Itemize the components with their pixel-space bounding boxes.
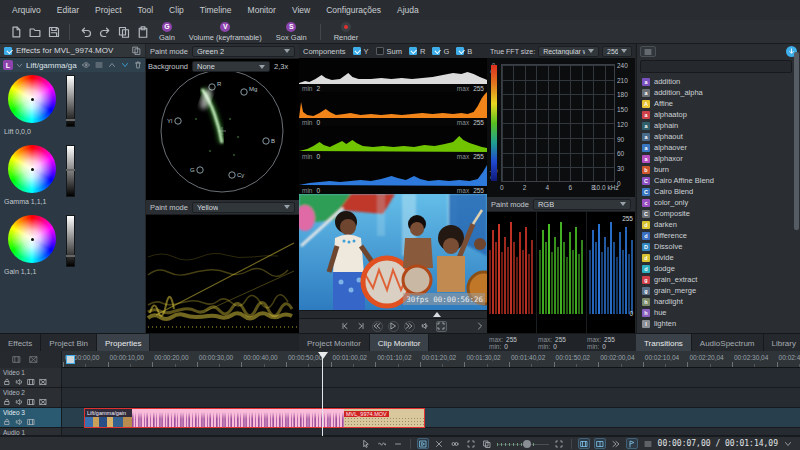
split-icon[interactable]: [594, 438, 606, 449]
menu-configurações[interactable]: Configurações: [318, 2, 389, 18]
move-up-icon[interactable]: [108, 61, 116, 69]
transition-item-alphaout[interactable]: aalphaout: [637, 131, 800, 142]
track-lane[interactable]: [62, 388, 800, 408]
parade-paint-mode-select[interactable]: RGB: [533, 199, 631, 210]
color-wheel[interactable]: [8, 215, 56, 263]
film-icon[interactable]: [578, 438, 590, 449]
track-header[interactable]: Video 2: [0, 388, 62, 408]
transition-item-cairo-blend[interactable]: CCairo Blend: [637, 186, 800, 197]
delete-effect-icon[interactable]: [134, 61, 142, 69]
rewind-button[interactable]: [372, 321, 383, 332]
menu-view[interactable]: View: [284, 2, 318, 18]
wave-icon[interactable]: [376, 438, 388, 449]
transition-item-addition[interactable]: aaddition: [637, 76, 800, 87]
eye-icon[interactable]: [82, 61, 90, 69]
component-checkbox-y[interactable]: Y: [353, 47, 369, 56]
toolbar-action-gain[interactable]: GGain: [152, 20, 182, 44]
open-folder-icon[interactable]: [26, 23, 43, 41]
transition-item-addition-alpha[interactable]: aaddition_alpha: [637, 87, 800, 98]
transition-item-alphaover[interactable]: aalphaover: [637, 142, 800, 153]
volume-button[interactable]: [420, 321, 431, 332]
transition-item-hardlight[interactable]: hhardlight: [637, 296, 800, 307]
fast-forward-button[interactable]: [404, 321, 415, 332]
chevron-down-icon[interactable]: [782, 438, 794, 449]
playhead-line[interactable]: [322, 357, 323, 436]
track-lane[interactable]: [62, 368, 800, 388]
track-config-icon[interactable]: [29, 355, 38, 364]
copy-icon[interactable]: [115, 23, 132, 41]
paste-icon[interactable]: [134, 23, 151, 41]
toolbar-action-volume-keyframable-[interactable]: VVolume (keyframable): [182, 20, 269, 44]
fft-size-select[interactable]: 256: [602, 46, 632, 57]
tab-audiospectrum[interactable]: AudioSpectrum: [692, 334, 764, 352]
save-preset-icon[interactable]: [132, 46, 141, 55]
film-icon[interactable]: [27, 398, 35, 406]
lock-icon[interactable]: [3, 398, 11, 406]
component-checkbox-r[interactable]: R: [409, 47, 425, 56]
component-checkbox-g[interactable]: G: [432, 47, 449, 56]
film-icon[interactable]: [27, 378, 35, 386]
menu-tool[interactable]: Tool: [130, 2, 162, 18]
component-checkbox-sum[interactable]: Sum: [376, 47, 402, 56]
transition-item-lighten[interactable]: llighten: [637, 318, 800, 329]
track-target-icon[interactable]: [12, 355, 21, 364]
menu-clip[interactable]: Clip: [161, 2, 192, 18]
wheel-value-slider[interactable]: [66, 75, 75, 127]
track-lane[interactable]: [62, 428, 800, 436]
zone-start-button[interactable]: [340, 321, 351, 332]
redo-icon[interactable]: [96, 23, 113, 41]
menu-editar[interactable]: Editar: [49, 2, 87, 18]
tab-effects[interactable]: Effects: [0, 334, 41, 352]
vectorscope-paint-mode-select[interactable]: Green 2: [192, 46, 295, 57]
collapse-icon[interactable]: [16, 62, 23, 69]
toolbar-action-sox-gain[interactable]: SSox Gain: [269, 20, 314, 44]
effect-row-lift-gamma-gain[interactable]: L Lift/gamma/gain: [0, 58, 145, 72]
transition-item-darken[interactable]: ddarken: [637, 219, 800, 230]
transitions-search-input[interactable]: [640, 60, 792, 73]
menu-icon[interactable]: [642, 438, 654, 449]
dash-icon[interactable]: [392, 438, 404, 449]
transition-item-alphain[interactable]: aalphain: [637, 120, 800, 131]
transition-item-grain-merge[interactable]: ggrain_merge: [637, 285, 800, 296]
transition-item-alphaatop[interactable]: aalphaatop: [637, 109, 800, 120]
seek-position-marker[interactable]: [433, 312, 441, 317]
timeline-zoom-slider[interactable]: [497, 439, 549, 449]
tab-properties[interactable]: Properties: [97, 334, 150, 352]
undo-icon[interactable]: [77, 23, 94, 41]
transition-item-hue[interactable]: hhue: [637, 307, 800, 318]
cursor-icon[interactable]: [360, 438, 372, 449]
transition-item-dodge[interactable]: ddodge: [637, 263, 800, 274]
more-options-button[interactable]: [474, 321, 485, 332]
transition-item-burn[interactable]: bburn: [637, 164, 800, 175]
speaker-icon[interactable]: [15, 418, 23, 426]
statusbar-timecode[interactable]: 00:00:07,00 / 00:01:14,09: [658, 439, 778, 448]
timeline-zone-marker[interactable]: [66, 355, 75, 364]
menu-ajuda[interactable]: Ajuda: [389, 2, 427, 18]
link-icon[interactable]: [449, 438, 461, 449]
transition-item-alphaxor[interactable]: aalphaxor: [637, 153, 800, 164]
waveform-paint-mode-select[interactable]: Yellow: [192, 202, 295, 213]
copy-icon[interactable]: [481, 438, 493, 449]
color-wheel[interactable]: [8, 75, 56, 123]
toolbar-action-render[interactable]: Render: [327, 20, 366, 44]
track-header[interactable]: Video 1: [0, 368, 62, 388]
lock-icon[interactable]: [3, 378, 11, 386]
lock-icon[interactable]: [3, 418, 11, 426]
save-icon[interactable]: [45, 23, 62, 41]
speaker-icon[interactable]: [15, 378, 23, 386]
playbox-icon[interactable]: [417, 438, 429, 449]
move-down-icon[interactable]: [121, 61, 129, 69]
film-icon[interactable]: [27, 418, 35, 426]
component-checkbox-b[interactable]: B: [456, 47, 472, 56]
wheel-value-slider[interactable]: [66, 145, 75, 197]
zone-end-button[interactable]: [356, 321, 367, 332]
color-wheel[interactable]: [8, 145, 56, 193]
hide-icon[interactable]: [39, 398, 47, 406]
zone-icon[interactable]: [465, 438, 477, 449]
transition-item-affine[interactable]: AAffine: [637, 98, 800, 109]
timeline-clip-mvl-9974[interactable]: Lift/gamma/gain MVL_9974.MOV: [84, 408, 425, 428]
timeline-ruler[interactable]: 00:00:00,0000:00:10,0000:00:20,0000:00:3…: [0, 351, 800, 368]
menu-project[interactable]: Project: [87, 2, 129, 18]
transition-item-divide[interactable]: ddivide: [637, 252, 800, 263]
play-button[interactable]: [388, 321, 399, 332]
